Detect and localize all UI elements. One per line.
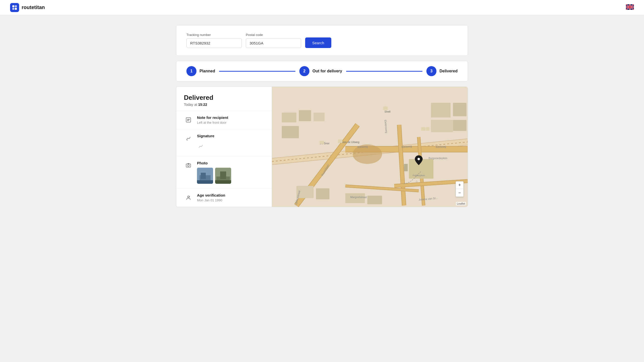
svg-rect-51 bbox=[338, 140, 343, 143]
svg-rect-24 bbox=[313, 113, 325, 121]
photo-title: Photo bbox=[197, 161, 264, 165]
age-verification-date: Mon Jan 01 1990 bbox=[197, 198, 264, 202]
step-2-label: Out for delivery bbox=[312, 69, 342, 73]
photo-thumb-2[interactable] bbox=[215, 168, 231, 184]
svg-rect-53 bbox=[426, 127, 430, 131]
zoom-out-button[interactable]: − bbox=[456, 189, 463, 197]
note-subtitle: Left at the front door bbox=[197, 121, 264, 124]
progress-card: 1 Planned 2 Out for delivery 3 Delivered bbox=[176, 61, 468, 81]
step-2: 2 Out for delivery bbox=[299, 66, 342, 76]
step-line-2 bbox=[346, 71, 422, 72]
svg-point-19 bbox=[188, 196, 189, 198]
svg-rect-49 bbox=[320, 141, 324, 144]
svg-text:Margrietstraat: Margrietstraat bbox=[350, 196, 367, 199]
photo-icon bbox=[184, 161, 193, 170]
note-icon bbox=[184, 115, 193, 124]
delivery-panel: Delivered Today at 15:22 Note for recip bbox=[176, 87, 272, 207]
age-verification-title: Age verification bbox=[197, 193, 264, 197]
logo-area: routetitan bbox=[10, 3, 45, 12]
svg-point-54 bbox=[418, 158, 420, 160]
step-line-1 bbox=[219, 71, 295, 72]
svg-rect-23 bbox=[299, 110, 311, 121]
map-controls: + − bbox=[456, 181, 464, 197]
svg-rect-47 bbox=[383, 107, 388, 110]
photo-section: Photo bbox=[176, 156, 272, 189]
svg-text:Kleiweg: Kleiweg bbox=[436, 145, 446, 149]
map-svg: Kleiweg Kleiweg Kleiweg Rozenlaan Julian… bbox=[272, 87, 468, 207]
step-2-circle: 2 bbox=[299, 66, 309, 76]
svg-text:Burgooedeplein: Burgooedeplein bbox=[428, 157, 447, 160]
postal-code-label: Postal code bbox=[246, 33, 301, 37]
svg-text:Shell: Shell bbox=[384, 110, 390, 113]
svg-rect-52 bbox=[421, 127, 426, 131]
signature-content: Signature bbox=[197, 134, 264, 152]
delivery-title: Delivered bbox=[184, 94, 264, 102]
svg-rect-26 bbox=[431, 103, 451, 117]
delivery-header: Delivered Today at 15:22 bbox=[176, 87, 272, 111]
note-content: Note for recipient Left at the front doo… bbox=[197, 115, 264, 124]
tracking-number-group: Tracking number bbox=[186, 33, 242, 48]
svg-rect-25 bbox=[282, 126, 299, 138]
search-button[interactable]: Search bbox=[305, 37, 331, 48]
svg-point-10 bbox=[188, 165, 189, 166]
svg-rect-17 bbox=[220, 171, 226, 179]
svg-text:Polderplein: Polderplein bbox=[413, 174, 425, 177]
photo-thumb-1[interactable] bbox=[197, 168, 213, 184]
svg-rect-18 bbox=[215, 180, 231, 184]
svg-rect-13 bbox=[201, 173, 206, 179]
svg-rect-27 bbox=[453, 103, 466, 116]
main-content: Tracking number Postal code Search 1 Pla… bbox=[171, 15, 473, 217]
step-3: 3 Delivered bbox=[426, 66, 458, 76]
tracking-number-input[interactable] bbox=[186, 38, 242, 48]
search-form: Tracking number Postal code Search bbox=[186, 33, 458, 48]
age-verification-content: Age verification Mon Jan 01 1990 bbox=[197, 193, 264, 202]
step-1-circle: 1 bbox=[186, 66, 196, 76]
tracking-number-label: Tracking number bbox=[186, 33, 242, 37]
svg-rect-9 bbox=[186, 164, 191, 167]
svg-rect-0 bbox=[12, 5, 14, 7]
svg-text:Kleiweg: Kleiweg bbox=[357, 145, 368, 149]
step-1-label: Planned bbox=[199, 69, 215, 73]
map-area: Kleiweg Kleiweg Kleiweg Rozenlaan Julian… bbox=[272, 87, 468, 207]
signature-image bbox=[197, 141, 207, 151]
note-section: Note for recipient Left at the front doo… bbox=[176, 111, 272, 129]
logo-icon bbox=[10, 3, 19, 12]
postal-code-group: Postal code bbox=[246, 33, 301, 48]
svg-rect-31 bbox=[367, 196, 382, 204]
age-verification-icon bbox=[184, 193, 193, 202]
svg-rect-3 bbox=[15, 8, 17, 10]
logo-text: routetitan bbox=[22, 5, 45, 10]
svg-rect-22 bbox=[282, 113, 296, 122]
postal-code-input[interactable] bbox=[246, 38, 301, 48]
photo-content: Photo bbox=[197, 161, 264, 184]
step-1: 1 Planned bbox=[186, 66, 215, 76]
step-3-label: Delivered bbox=[439, 69, 458, 73]
delivery-time: Today at 15:22 bbox=[184, 103, 264, 107]
svg-text:⌂: ⌂ bbox=[416, 179, 418, 183]
delivery-card: Delivered Today at 15:22 Note for recip bbox=[176, 86, 468, 207]
age-verification-section: Age verification Mon Jan 01 1990 bbox=[176, 189, 272, 207]
svg-rect-29 bbox=[453, 120, 466, 131]
search-card: Tracking number Postal code Search bbox=[176, 25, 468, 56]
svg-rect-35 bbox=[404, 164, 408, 171]
note-title: Note for recipient bbox=[197, 115, 264, 120]
step-3-circle: 3 bbox=[426, 66, 436, 76]
header: routetitan bbox=[0, 0, 644, 15]
zoom-in-button[interactable]: + bbox=[456, 182, 463, 189]
signature-title: Signature bbox=[197, 134, 264, 138]
photos-row bbox=[197, 168, 264, 184]
signature-section: Signature bbox=[176, 129, 272, 156]
language-flag[interactable] bbox=[626, 4, 634, 11]
svg-rect-28 bbox=[431, 120, 453, 132]
svg-rect-14 bbox=[197, 180, 213, 184]
leaflet-attribution: Leaflet bbox=[456, 202, 466, 205]
svg-rect-1 bbox=[15, 5, 17, 7]
svg-rect-2 bbox=[12, 8, 14, 10]
svg-rect-33 bbox=[316, 188, 329, 199]
signature-icon bbox=[184, 134, 193, 143]
